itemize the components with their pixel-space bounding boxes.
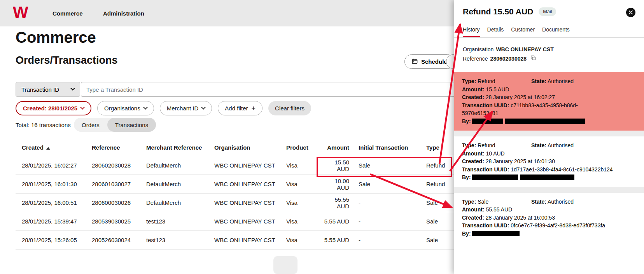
- reference-label: Reference: [463, 56, 488, 62]
- toggle-orders[interactable]: Orders: [74, 118, 107, 132]
- nav-item-administration[interactable]: Administration: [103, 10, 144, 17]
- tab-history[interactable]: History: [463, 26, 480, 37]
- state-value: Authorised: [548, 78, 574, 84]
- close-icon: [629, 10, 633, 16]
- tab-details[interactable]: Details: [487, 26, 504, 37]
- cell-organisation: WBC ONLINEPAY CST: [214, 181, 286, 187]
- cell-amount: 15.50 AUD: [321, 159, 352, 172]
- cell-organisation: WBC ONLINEPAY CST: [214, 199, 286, 206]
- clear-filters-label: Clear filters: [275, 105, 304, 112]
- close-panel-button[interactable]: [626, 8, 635, 17]
- state-label: State:: [531, 142, 546, 148]
- uuid-label: Transaction UUID:: [462, 102, 509, 108]
- cell-reference: 280600030026: [92, 199, 146, 206]
- type-value: Refund: [478, 142, 495, 148]
- amount-value: 55.55 AUD: [486, 206, 512, 213]
- cell-product: Visa: [286, 181, 321, 187]
- load-more-button[interactable]: [273, 256, 298, 274]
- westpac-logo-icon[interactable]: W: [13, 4, 27, 21]
- filter-chip-created[interactable]: Created: 28/01/2025: [16, 101, 91, 115]
- search-field-selector[interactable]: Transaction ID: [16, 82, 80, 97]
- schedule-button-label: Schedule: [421, 58, 447, 65]
- uuid-value: 1d717ae1-33b8-4fa4-8c61-c9104322b124: [511, 166, 612, 173]
- search-field-selector-label: Transaction ID: [21, 86, 59, 93]
- cell-amount: 5.55 AUD: [321, 218, 352, 225]
- cell-initial-transaction: Sale: [352, 181, 426, 187]
- header-reference[interactable]: Reference: [92, 144, 146, 151]
- cell-merchant-reference: DefaultMerch: [146, 162, 214, 169]
- cell-initial-transaction: -: [352, 237, 426, 243]
- filter-chip-merchant-id[interactable]: Merchant ID: [160, 101, 212, 115]
- redacted-text: [472, 119, 503, 124]
- by-label: By:: [462, 118, 471, 124]
- filter-chip-created-label: Created: 28/01/2025: [23, 105, 77, 112]
- redacted-text: [472, 175, 518, 180]
- calendar-icon: [412, 58, 418, 65]
- organisation-value: WBC ONLINEPAY CST: [496, 46, 553, 52]
- toggle-transactions[interactable]: Transactions: [107, 118, 156, 132]
- type-label: Type:: [462, 199, 476, 205]
- cell-created: 28/01/2025, 16:01:30: [22, 181, 92, 187]
- filter-chip-merchant-id-label: Merchant ID: [167, 105, 199, 112]
- sort-asc-icon: [46, 147, 50, 150]
- tab-documents[interactable]: Documents: [542, 26, 570, 37]
- copy-reference-button[interactable]: [530, 55, 536, 62]
- cell-reference: 280526030024: [92, 237, 146, 243]
- cell-merchant-reference: DefaultMerch: [146, 199, 214, 206]
- nav-item-commerce[interactable]: Commerce: [52, 10, 83, 17]
- cell-reference: 280539030025: [92, 218, 146, 225]
- state-label: State:: [531, 199, 546, 205]
- cell-initial-transaction: -: [352, 199, 426, 206]
- redacted-text: [472, 231, 520, 236]
- uuid-label: Transaction UUID:: [462, 222, 509, 229]
- header-product[interactable]: Product: [286, 144, 321, 151]
- by-label: By:: [462, 230, 471, 237]
- amount-label: Amount:: [462, 86, 485, 92]
- cell-amount: 55.55 AUD: [321, 196, 352, 209]
- cell-reference: 280601030027: [92, 181, 146, 187]
- cell-product: Visa: [286, 162, 321, 169]
- clear-filters-button[interactable]: Clear filters: [268, 101, 311, 115]
- header-initial-transaction[interactable]: Initial Transaction: [352, 144, 426, 151]
- history-card-refund-10: Type: Refund State: Authorised Amount: 1…: [454, 136, 644, 187]
- cell-organisation: WBC ONLINEPAY CST: [214, 218, 286, 225]
- panel-tabs: History Details Customer Documents: [463, 26, 635, 37]
- card-gap: [454, 187, 644, 193]
- state-label: State:: [531, 78, 546, 84]
- header-amount[interactable]: Amount: [321, 144, 352, 151]
- filter-chip-organisations[interactable]: Organisations: [97, 101, 154, 115]
- created-value: 28 January 2025 at 16:02:27: [486, 94, 555, 100]
- filter-chip-row: Created: 28/01/2025 Organisations Mercha…: [16, 101, 311, 115]
- history-card-sale: Type: Sale State: Authorised Amount: 55.…: [454, 193, 644, 274]
- cell-created: 28/01/2025, 16:02:27: [22, 162, 92, 169]
- header-created[interactable]: Created: [22, 144, 92, 151]
- amount-value: 15.5 AUD: [486, 86, 509, 92]
- state-value: Authorised: [548, 199, 574, 205]
- page-title: Commerce: [16, 29, 96, 46]
- header-organisation[interactable]: Organisation: [214, 144, 286, 151]
- cell-product: Visa: [286, 199, 321, 206]
- cell-merchant-reference: test123: [146, 218, 214, 225]
- cell-created: 28/01/2025, 15:39:47: [22, 218, 92, 225]
- by-label: By:: [462, 174, 471, 180]
- organisation-label: Organisation: [463, 46, 494, 52]
- cell-organisation: WBC ONLINEPAY CST: [214, 237, 286, 243]
- header-merchant-reference[interactable]: Merchant Reference: [146, 144, 214, 151]
- plus-icon: +: [252, 105, 256, 112]
- mail-badge: Mail: [539, 7, 556, 16]
- tab-customer[interactable]: Customer: [511, 26, 535, 37]
- amount-value: 10 AUD: [486, 150, 504, 157]
- chevron-down-icon: [70, 86, 75, 91]
- cell-created: 28/01/2025, 15:26:05: [22, 237, 92, 243]
- history-card-refund-15-50: Type: Refund State: Authorised Amount: 1…: [454, 72, 644, 131]
- cell-merchant-reference: DefaultMerch: [146, 181, 214, 187]
- cell-amount: 10.00 AUD: [321, 178, 352, 191]
- chevron-down-icon: [201, 105, 206, 109]
- chevron-down-icon: [143, 105, 147, 109]
- tabs-divider: [454, 37, 644, 38]
- add-filter-button[interactable]: Add filter +: [218, 101, 262, 115]
- created-label: Created:: [462, 215, 484, 221]
- type-label: Type:: [462, 78, 476, 84]
- cell-initial-transaction: -: [352, 218, 426, 225]
- cell-reference: 280602030028: [92, 162, 146, 169]
